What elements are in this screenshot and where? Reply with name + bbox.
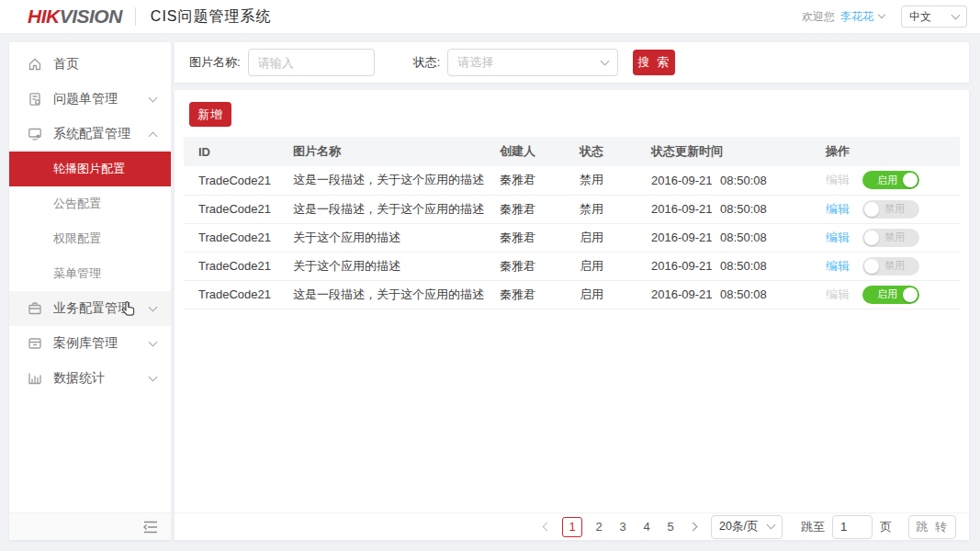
briefcase-icon	[28, 301, 42, 316]
sidebar-item-label: 系统配置管理	[53, 126, 150, 142]
chevron-down-icon	[601, 56, 610, 65]
image-name-label: 图片名称:	[189, 54, 241, 71]
edit-link[interactable]: 编辑	[826, 230, 850, 246]
cell-updated: 2016-09-21 08:50:08	[636, 280, 811, 309]
table-row: TradeCode21 关于这个应用的描述 秦雅君 启用 2016-09-21 …	[184, 223, 960, 252]
cell-id: TradeCode21	[184, 195, 278, 223]
sidebar-footer	[9, 512, 171, 540]
page-title: CIS问题管理系统	[151, 7, 272, 27]
sidebar-item-issue-management[interactable]: 问题单管理	[9, 82, 171, 117]
sidebar-item-label: 业务配置管理	[53, 300, 150, 317]
edit-link[interactable]: 编辑	[826, 201, 850, 218]
sidebar: 首页 问题单管理 系统配置管理 轮播图片配置 公告配置 权限配置 菜单管理	[9, 42, 171, 540]
page-unit-label: 页	[880, 519, 892, 535]
toggle-knob	[864, 259, 879, 274]
cell-updated: 2016-09-21 08:50:08	[636, 195, 811, 223]
sidebar-subitem-label: 菜单管理	[53, 265, 101, 282]
sidebar-subitem-menu-management[interactable]: 菜单管理	[9, 256, 171, 291]
page-button-4[interactable]: 4	[640, 520, 653, 534]
chevron-down-icon	[767, 521, 776, 530]
cell-creator: 秦雅君	[485, 195, 565, 223]
toggle-knob	[864, 231, 879, 245]
cell-name: 这是一段描述，关于这个应用的描述	[278, 166, 485, 195]
image-name-input[interactable]	[248, 49, 375, 76]
sidebar-item-label: 数据统计	[53, 370, 150, 387]
table-row: TradeCode21 这是一段描述，关于这个应用的描述 秦雅君 禁用 2016…	[184, 166, 960, 195]
status-toggle[interactable]: 启用	[862, 286, 919, 304]
sidebar-item-label: 案例库管理	[53, 335, 150, 352]
cell-creator: 秦雅君	[485, 252, 565, 280]
toggle-label: 禁用	[884, 202, 905, 216]
next-page-icon[interactable]	[689, 523, 698, 532]
sidebar-subitem-announcement-config[interactable]: 公告配置	[9, 186, 171, 221]
sidebar-item-system-config[interactable]: 系统配置管理	[9, 117, 171, 152]
chevron-down-icon	[149, 93, 158, 102]
sidebar-item-home[interactable]: 首页	[9, 47, 171, 82]
toggle-label: 启用	[877, 287, 897, 301]
chevron-down-icon	[149, 302, 158, 311]
pagination: 1 2 3 4 5 20条/页 跳至 页 跳 转	[175, 512, 969, 540]
edit-link[interactable]: 编辑	[826, 287, 850, 303]
cell-creator: 秦雅君	[485, 280, 565, 309]
status-toggle[interactable]: 禁用	[862, 200, 919, 219]
logo-part-red: HIK	[28, 6, 60, 28]
page-size-select[interactable]: 20条/页	[711, 515, 783, 539]
status-toggle[interactable]: 禁用	[862, 229, 919, 247]
sidebar-item-label: 首页	[53, 56, 156, 73]
jump-page-input[interactable]	[832, 515, 873, 539]
data-table: ID 图片名称 创建人 状态 状态更新时间 操作 TradeCode21 这是一…	[184, 137, 960, 309]
cell-updated: 2016-09-21 08:50:08	[636, 166, 811, 195]
sidebar-item-case-library[interactable]: 案例库管理	[9, 326, 171, 361]
table-row: TradeCode21 这是一段描述，关于这个应用的描述 秦雅君 启用 2016…	[184, 280, 960, 309]
page-button-1[interactable]: 1	[562, 517, 582, 537]
edit-link[interactable]: 编辑	[826, 172, 850, 188]
sidebar-item-business-config[interactable]: 业务配置管理	[9, 291, 171, 326]
edit-link[interactable]: 编辑	[826, 258, 850, 275]
cell-name: 关于这个应用的描述	[278, 223, 485, 252]
top-header: HIK VISION CIS问题管理系统 欢迎您 李花花 中文	[0, 0, 980, 34]
cell-status: 禁用	[565, 195, 636, 223]
page-button-2[interactable]: 2	[592, 520, 605, 534]
page-size-value: 20条/页	[719, 519, 768, 534]
logo-part-gray: VISION	[60, 6, 122, 28]
language-value: 中文	[909, 9, 952, 25]
language-select[interactable]: 中文	[901, 6, 967, 28]
cell-creator: 秦雅君	[485, 166, 565, 195]
jump-to-label: 跳至	[801, 519, 825, 535]
search-button[interactable]: 搜 索	[633, 50, 675, 75]
sidebar-item-data-statistics[interactable]: 数据统计	[9, 361, 171, 396]
toggle-label: 禁用	[884, 231, 905, 244]
header-divider	[135, 7, 136, 26]
chevron-down-icon	[149, 337, 158, 346]
cell-id: TradeCode21	[184, 280, 278, 309]
cell-id: TradeCode21	[184, 166, 278, 195]
user-menu[interactable]: 李花花	[840, 9, 884, 25]
jump-button[interactable]: 跳 转	[908, 515, 956, 539]
add-button[interactable]: 新增	[189, 102, 231, 127]
col-header-name: 图片名称	[278, 137, 485, 166]
cell-status: 启用	[565, 223, 636, 252]
page-button-5[interactable]: 5	[664, 520, 677, 534]
cell-id: TradeCode21	[184, 223, 278, 252]
col-header-operations: 操作	[811, 137, 960, 166]
table-header-row: ID 图片名称 创建人 状态 状态更新时间 操作	[184, 137, 960, 166]
sidebar-item-label: 问题单管理	[53, 91, 150, 107]
sidebar-subitem-label: 公告配置	[53, 196, 101, 212]
search-bar: 图片名称: 状态: 请选择 搜 索	[175, 42, 969, 83]
sidebar-subitem-carousel-config[interactable]: 轮播图片配置	[9, 152, 171, 186]
menu-fold-icon[interactable]	[143, 521, 158, 534]
welcome-label: 欢迎您	[802, 9, 835, 25]
sidebar-subitem-permission-config[interactable]: 权限配置	[9, 221, 171, 256]
page-button-3[interactable]: 3	[616, 520, 629, 534]
cell-id: TradeCode21	[184, 252, 278, 280]
status-toggle[interactable]: 禁用	[862, 257, 919, 276]
cell-updated: 2016-09-21 08:50:08	[636, 252, 811, 280]
sidebar-subitem-label: 权限配置	[53, 231, 101, 247]
prev-page-icon[interactable]	[543, 523, 552, 532]
status-select[interactable]: 请选择	[447, 49, 618, 76]
toggle-knob	[903, 287, 918, 302]
status-toggle[interactable]: 启用	[862, 171, 919, 189]
cell-creator: 秦雅君	[485, 223, 565, 252]
status-placeholder: 请选择	[457, 54, 602, 71]
col-header-status: 状态	[565, 137, 636, 166]
